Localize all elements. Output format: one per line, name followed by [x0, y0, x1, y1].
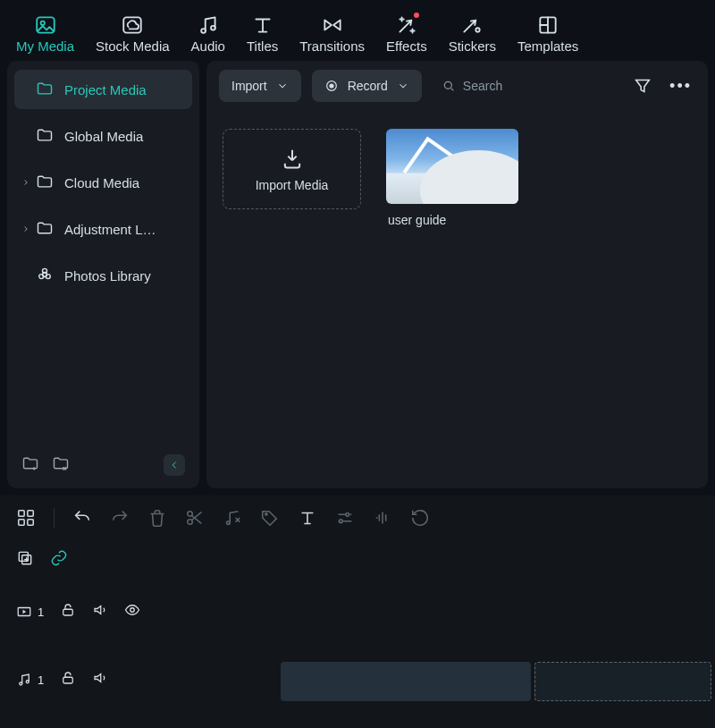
- svg-point-23: [340, 520, 343, 523]
- layout-grid-button[interactable]: [16, 508, 36, 528]
- text-tool-button[interactable]: [298, 508, 317, 528]
- mute-track-button[interactable]: [92, 602, 108, 622]
- audio-track-label: 1: [16, 672, 44, 688]
- tab-label: Transitions: [299, 38, 365, 54]
- svg-rect-15: [28, 511, 33, 516]
- tab-my-media[interactable]: My Media: [16, 13, 74, 54]
- svg-point-13: [444, 81, 451, 89]
- tab-transitions[interactable]: Transitions: [299, 13, 365, 54]
- folder-icon: [36, 219, 54, 240]
- add-track-button[interactable]: [16, 549, 34, 571]
- svg-point-5: [476, 28, 480, 31]
- sidebar-item-project-media[interactable]: Project Media: [14, 70, 192, 109]
- delete-button[interactable]: [147, 508, 167, 528]
- tab-label: Templates: [517, 38, 578, 54]
- adjust-button[interactable]: [335, 508, 355, 528]
- record-icon: [324, 79, 339, 93]
- notification-dot-icon: [414, 13, 419, 18]
- undo-button[interactable]: [72, 508, 92, 528]
- tab-label: Audio: [191, 38, 225, 54]
- image-icon: [34, 13, 57, 37]
- sidebar-item-label: Project Media: [64, 82, 147, 97]
- more-menu-button[interactable]: •••: [666, 77, 695, 96]
- visibility-track-button[interactable]: [124, 602, 140, 622]
- import-media-tile[interactable]: Import Media: [223, 129, 361, 209]
- audio-detach-button[interactable]: [223, 508, 242, 528]
- folder-icon: [36, 126, 54, 147]
- lock-track-button[interactable]: [60, 602, 76, 622]
- transitions-icon: [321, 13, 344, 37]
- audio-track-lane[interactable]: [177, 658, 715, 705]
- tab-titles[interactable]: Titles: [247, 13, 278, 54]
- svg-point-22: [346, 513, 349, 517]
- media-sidebar: Project Media Global Media Cloud Media A…: [7, 61, 199, 488]
- tab-stickers[interactable]: Stickers: [449, 13, 496, 54]
- svg-rect-31: [63, 677, 73, 683]
- svg-point-21: [265, 513, 267, 515]
- sidebar-item-cloud-media[interactable]: Cloud Media: [14, 163, 192, 202]
- new-folder-button[interactable]: [21, 454, 39, 476]
- tab-label: Stickers: [449, 38, 496, 54]
- import-tile-label: Import Media: [256, 178, 329, 192]
- sidebar-footer: [14, 451, 192, 479]
- video-track-lane[interactable]: [177, 594, 715, 640]
- music-note-icon: [197, 13, 220, 37]
- filter-icon: [633, 76, 652, 96]
- svg-rect-17: [28, 520, 33, 525]
- video-track-icon: [16, 604, 32, 620]
- sticker-icon: [460, 13, 484, 37]
- cloud-image-icon: [121, 13, 144, 37]
- tag-button[interactable]: [260, 508, 280, 528]
- download-icon: [280, 146, 305, 171]
- mute-track-button[interactable]: [92, 670, 108, 690]
- track-global-controls: [0, 540, 177, 580]
- svg-point-4: [211, 26, 215, 30]
- chevron-right-icon: [21, 224, 30, 233]
- text-icon: [251, 13, 274, 37]
- audio-clip-placeholder[interactable]: [534, 662, 711, 701]
- refresh-button[interactable]: [410, 508, 430, 528]
- sidebar-item-label: Adjustment L…: [64, 222, 156, 237]
- tab-effects[interactable]: Effects: [386, 13, 427, 54]
- split-button[interactable]: [185, 508, 205, 528]
- tab-label: My Media: [16, 38, 74, 54]
- content-toolbar: Import Record Search •••: [206, 61, 708, 111]
- templates-icon: [536, 13, 559, 37]
- redo-button[interactable]: [110, 508, 130, 528]
- audio-clip[interactable]: [281, 662, 531, 701]
- svg-rect-16: [19, 520, 24, 525]
- tab-templates[interactable]: Templates: [517, 13, 578, 54]
- track-headers: 1 1: [0, 540, 177, 728]
- delete-folder-button[interactable]: [52, 454, 70, 476]
- media-thumbnail: [386, 129, 518, 204]
- folder-icon: [36, 173, 54, 193]
- tab-stock-media[interactable]: Stock Media: [96, 13, 170, 54]
- audio-wave-button[interactable]: [373, 508, 392, 528]
- search-input[interactable]: Search: [433, 70, 619, 102]
- timeline-toolbar: [0, 495, 715, 540]
- filter-button[interactable]: [630, 73, 655, 98]
- tab-audio[interactable]: Audio: [191, 13, 225, 54]
- main-area: Project Media Global Media Cloud Media A…: [0, 61, 715, 495]
- sidebar-item-label: Photos Library: [64, 268, 151, 284]
- sidebar-item-global-media[interactable]: Global Media: [14, 116, 192, 156]
- record-button[interactable]: Record: [312, 70, 422, 102]
- video-track-label: 1: [16, 604, 44, 620]
- sidebar-item-adjustment-layers[interactable]: Adjustment L…: [14, 209, 192, 249]
- svg-point-3: [201, 29, 206, 33]
- svg-rect-27: [63, 609, 73, 615]
- folder-icon: [36, 80, 54, 100]
- record-button-label: Record: [348, 79, 388, 93]
- timeline-body: 1 1: [0, 540, 715, 728]
- lock-track-button[interactable]: [60, 670, 76, 690]
- media-item[interactable]: user guide: [386, 129, 525, 227]
- import-button[interactable]: Import: [219, 70, 301, 102]
- collapse-sidebar-button[interactable]: [164, 454, 185, 476]
- svg-point-1: [40, 21, 44, 25]
- sidebar-item-photos-library[interactable]: Photos Library: [14, 256, 192, 295]
- link-tracks-button[interactable]: [50, 549, 68, 571]
- sidebar-item-label: Global Media: [64, 129, 143, 144]
- search-icon: [442, 79, 456, 93]
- timeline-panel: 1 1: [0, 495, 715, 728]
- timeline-tracks-area[interactable]: [177, 540, 715, 728]
